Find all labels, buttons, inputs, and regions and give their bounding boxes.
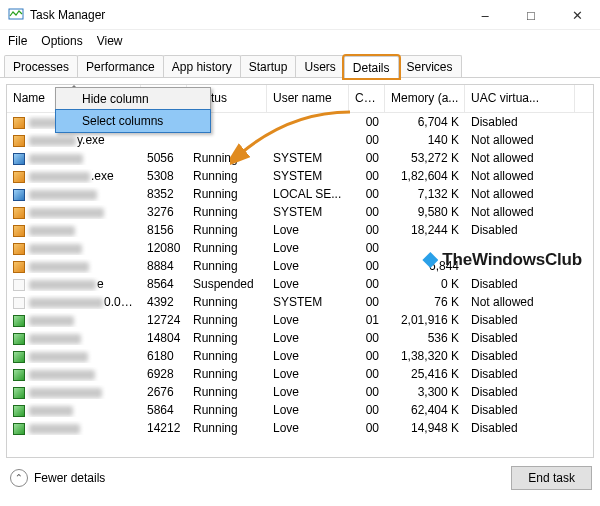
cell-memory: 25,416 K bbox=[385, 367, 465, 381]
title-bar: Task Manager ‒ □ ✕ bbox=[0, 0, 600, 30]
context-select-columns[interactable]: Select columns bbox=[56, 110, 210, 132]
close-button[interactable]: ✕ bbox=[554, 0, 600, 30]
cell-status: Running bbox=[187, 187, 267, 201]
cell-user: SYSTEM bbox=[267, 169, 349, 183]
menu-file[interactable]: File bbox=[8, 34, 27, 48]
process-name-blurred bbox=[29, 226, 75, 236]
cell-cpu: 00 bbox=[349, 403, 385, 417]
watermark-icon bbox=[422, 252, 438, 268]
table-row[interactable]: y.exe00140 KNot allowed bbox=[7, 131, 593, 149]
cell-user: Love bbox=[267, 385, 349, 399]
table-row[interactable]: 14804RunningLove00536 KDisabled bbox=[7, 329, 593, 347]
process-icon bbox=[13, 387, 25, 399]
end-task-button[interactable]: End task bbox=[511, 466, 592, 490]
table-row[interactable]: 14212RunningLove0014,948 KDisabled bbox=[7, 419, 593, 437]
cell-cpu: 00 bbox=[349, 151, 385, 165]
cell-pid: 5056 bbox=[141, 151, 187, 165]
cell-uac: Disabled bbox=[465, 403, 575, 417]
cell-memory: 0 K bbox=[385, 277, 465, 291]
cell-uac: Disabled bbox=[465, 421, 575, 435]
tab-app-history[interactable]: App history bbox=[163, 55, 241, 77]
process-table: Name PID Status User name CPU Memory (a.… bbox=[6, 84, 594, 458]
cell-uac: Disabled bbox=[465, 115, 575, 129]
process-name-blurred bbox=[29, 298, 103, 308]
watermark-text: TheWindowsClub bbox=[442, 250, 582, 270]
table-body[interactable]: rame...006,704 KDisabledy.exe00140 KNot … bbox=[7, 113, 593, 457]
process-icon bbox=[13, 117, 25, 129]
cell-name: y.exe bbox=[7, 133, 141, 147]
column-header-memory[interactable]: Memory (a... bbox=[385, 85, 465, 112]
table-row[interactable]: 0.0_x8...4392RunningSYSTEM0076 KNot allo… bbox=[7, 293, 593, 311]
cell-memory: 9,580 K bbox=[385, 205, 465, 219]
cell-cpu: 00 bbox=[349, 421, 385, 435]
process-icon bbox=[13, 333, 25, 345]
process-name-blurred bbox=[29, 154, 83, 164]
table-row[interactable]: 5056RunningSYSTEM0053,272 KNot allowed bbox=[7, 149, 593, 167]
tab-bar: Processes Performance App history Startu… bbox=[0, 52, 600, 78]
process-icon bbox=[13, 153, 25, 165]
table-row[interactable]: e8564SuspendedLove000 KDisabled bbox=[7, 275, 593, 293]
cell-memory: 140 K bbox=[385, 133, 465, 147]
tab-users[interactable]: Users bbox=[295, 55, 344, 77]
column-header-user[interactable]: User name bbox=[267, 85, 349, 112]
process-name-blurred bbox=[29, 370, 95, 380]
cell-memory: 1,82,604 K bbox=[385, 169, 465, 183]
column-header-cpu[interactable]: CPU bbox=[349, 85, 385, 112]
cell-uac: Not allowed bbox=[465, 169, 575, 183]
process-icon bbox=[13, 315, 25, 327]
tab-details[interactable]: Details bbox=[344, 56, 399, 78]
cell-name bbox=[7, 403, 141, 417]
cell-memory: 76 K bbox=[385, 295, 465, 309]
minimize-button[interactable]: ‒ bbox=[462, 0, 508, 30]
cell-name bbox=[7, 205, 141, 219]
table-row[interactable]: 3276RunningSYSTEM009,580 KNot allowed bbox=[7, 203, 593, 221]
cell-pid: 2676 bbox=[141, 385, 187, 399]
table-row[interactable]: 8156RunningLove0018,244 KDisabled bbox=[7, 221, 593, 239]
cell-memory: 2,01,916 K bbox=[385, 313, 465, 327]
cell-cpu: 00 bbox=[349, 169, 385, 183]
tab-performance[interactable]: Performance bbox=[77, 55, 164, 77]
process-name-blurred bbox=[29, 172, 90, 182]
cell-user: Love bbox=[267, 403, 349, 417]
table-row[interactable]: 6180RunningLove001,38,320 KDisabled bbox=[7, 347, 593, 365]
process-name-blurred bbox=[29, 208, 104, 218]
process-icon bbox=[13, 423, 25, 435]
cell-user: LOCAL SE... bbox=[267, 187, 349, 201]
cell-cpu: 00 bbox=[349, 385, 385, 399]
process-name-blurred bbox=[29, 406, 73, 416]
process-name-suffix: y.exe bbox=[77, 133, 105, 147]
table-row[interactable]: 5864RunningLove0062,404 KDisabled bbox=[7, 401, 593, 419]
process-name-blurred bbox=[29, 136, 76, 146]
process-icon bbox=[13, 189, 25, 201]
tab-services[interactable]: Services bbox=[398, 55, 462, 77]
process-icon bbox=[13, 225, 25, 237]
cell-status: Running bbox=[187, 241, 267, 255]
process-icon bbox=[13, 243, 25, 255]
cell-status: Running bbox=[187, 169, 267, 183]
cell-pid: 8564 bbox=[141, 277, 187, 291]
cell-name bbox=[7, 241, 141, 255]
maximize-button[interactable]: □ bbox=[508, 0, 554, 30]
cell-memory: 53,272 K bbox=[385, 151, 465, 165]
tab-processes[interactable]: Processes bbox=[4, 55, 78, 77]
table-row[interactable]: 8352RunningLOCAL SE...007,132 KNot allow… bbox=[7, 185, 593, 203]
table-row[interactable]: 2676RunningLove003,300 KDisabled bbox=[7, 383, 593, 401]
fewer-details-button[interactable]: ⌄ Fewer details bbox=[10, 469, 105, 487]
process-icon bbox=[13, 297, 25, 309]
cell-memory: 3,300 K bbox=[385, 385, 465, 399]
column-header-uac[interactable]: UAC virtua... bbox=[465, 85, 575, 112]
table-row[interactable]: .exe5308RunningSYSTEM001,82,604 KNot all… bbox=[7, 167, 593, 185]
process-name-blurred bbox=[29, 316, 74, 326]
menu-view[interactable]: View bbox=[97, 34, 123, 48]
cell-pid: 12080 bbox=[141, 241, 187, 255]
tab-startup[interactable]: Startup bbox=[240, 55, 297, 77]
cell-user: Love bbox=[267, 259, 349, 273]
process-icon bbox=[13, 171, 25, 183]
menu-options[interactable]: Options bbox=[41, 34, 82, 48]
window-title: Task Manager bbox=[30, 8, 105, 22]
table-row[interactable]: 12724RunningLove012,01,916 KDisabled bbox=[7, 311, 593, 329]
table-row[interactable]: 6928RunningLove0025,416 KDisabled bbox=[7, 365, 593, 383]
cell-memory: 6,704 K bbox=[385, 115, 465, 129]
context-hide-column[interactable]: Hide column bbox=[56, 88, 210, 110]
cell-uac: Disabled bbox=[465, 349, 575, 363]
